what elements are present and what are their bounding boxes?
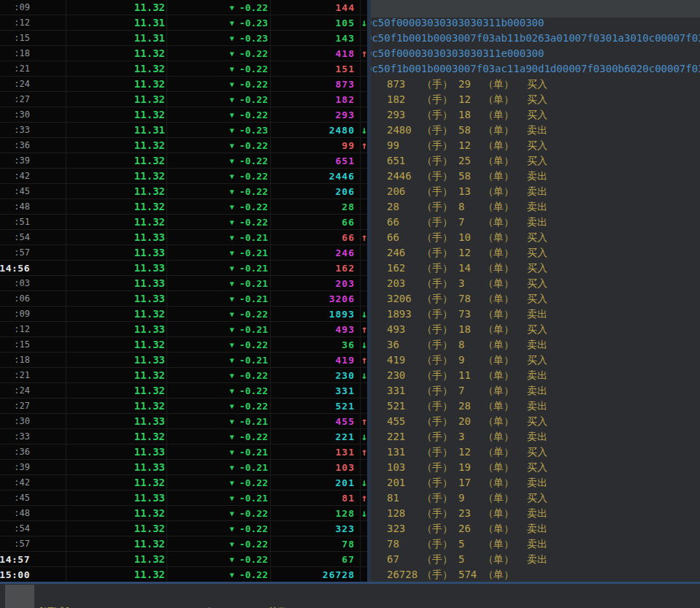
time-cell: :30 bbox=[0, 414, 66, 428]
tick-row[interactable]: :3311.32▼-0.22221↓ bbox=[0, 429, 368, 445]
orders-label: （单） bbox=[483, 399, 514, 414]
tick-row[interactable]: :3911.32▼-0.22651 bbox=[0, 153, 368, 169]
orders-label: （单） bbox=[483, 353, 514, 368]
trade-volume: 521 bbox=[387, 399, 405, 414]
tick-row[interactable]: :2111.32▼-0.22151 bbox=[0, 61, 368, 77]
tick-row[interactable]: :1511.32▼-0.2236↓ bbox=[0, 337, 368, 353]
volume-cell: 455 bbox=[271, 414, 361, 428]
trade-summary-row: 26728（手）574（单） bbox=[370, 567, 700, 582]
time-cell: :57 bbox=[0, 536, 66, 551]
orders-label: （单） bbox=[483, 77, 514, 92]
tick-row[interactable]: :0911.32▼-0.22144 bbox=[0, 0, 368, 15]
change-value: -0.22 bbox=[239, 201, 268, 212]
tick-row[interactable]: :4211.32▼-0.222446 bbox=[0, 169, 368, 184]
trade-summary-list: 873（手）29（单）买入182（手）12（单）买入293（手）18（单）买入2… bbox=[370, 77, 700, 582]
trade-order-count: 12 bbox=[458, 245, 471, 261]
change-cell: ▼-0.22 bbox=[167, 475, 271, 490]
lots-label: （手） bbox=[422, 567, 453, 582]
trade-volume: 182 bbox=[387, 92, 405, 107]
volume-cell: 323 bbox=[271, 521, 361, 536]
trade-summary-row: 201（手）17（单）卖出 bbox=[370, 475, 700, 490]
tick-row[interactable]: :0311.33▼-0.21203 bbox=[0, 276, 368, 291]
time-cell: :15 bbox=[0, 31, 66, 45]
change-cell: ▼-0.22 bbox=[167, 429, 271, 444]
tick-row[interactable]: :4811.32▼-0.2228 bbox=[0, 199, 368, 215]
price-cell: 11.32 bbox=[66, 153, 167, 168]
trade-volume: 206 bbox=[387, 184, 405, 199]
trade-volume: 419 bbox=[387, 353, 405, 368]
tick-row[interactable]: :5711.32▼-0.2278 bbox=[0, 536, 368, 552]
tick-row[interactable]: :5111.32▼-0.2266 bbox=[0, 215, 368, 230]
tick-row[interactable]: :3911.33▼-0.21103 bbox=[0, 460, 368, 475]
tick-row[interactable]: :2711.32▼-0.22521 bbox=[0, 399, 368, 414]
tick-row[interactable]: :1811.32▼-0.22418↑ bbox=[0, 46, 368, 61]
down-triangle-icon: ▼ bbox=[230, 571, 234, 579]
price-cell: 11.32 bbox=[66, 138, 167, 153]
change-cell: ▼-0.21 bbox=[167, 460, 271, 474]
lots-label: （手） bbox=[422, 230, 453, 245]
time-cell: :27 bbox=[0, 92, 66, 107]
price-cell: 11.32 bbox=[66, 567, 167, 582]
tick-row[interactable]: :5711.33▼-0.21246 bbox=[0, 245, 368, 261]
tick-row[interactable]: 14:5711.32▼-0.2267 bbox=[0, 552, 368, 567]
volume-cell: 221 bbox=[271, 429, 361, 444]
tick-row[interactable]: :2711.32▼-0.22182 bbox=[0, 92, 368, 107]
tick-row[interactable]: :1511.31▼-0.23143 bbox=[0, 31, 368, 46]
price-cell: 11.33 bbox=[66, 230, 167, 245]
tick-row[interactable]: :4511.32▼-0.22206 bbox=[0, 184, 368, 199]
tick-row[interactable]: :1211.31▼-0.23105↓ bbox=[0, 15, 368, 31]
down-triangle-icon: ▼ bbox=[230, 402, 234, 410]
price-cell: 11.32 bbox=[66, 552, 167, 566]
tick-row[interactable]: :4511.33▼-0.2181↑ bbox=[0, 490, 368, 506]
tick-row[interactable]: :3011.32▼-0.22293 bbox=[0, 107, 368, 123]
tick-row[interactable]: :1211.33▼-0.21493↑ bbox=[0, 322, 368, 337]
time-cell: :45 bbox=[0, 490, 66, 505]
change-cell: ▼-0.22 bbox=[167, 506, 271, 520]
tick-row[interactable]: :4211.32▼-0.22201↓ bbox=[0, 475, 368, 490]
time-cell: :27 bbox=[0, 399, 66, 413]
trade-order-count: 10 bbox=[458, 230, 471, 245]
tick-row[interactable]: :3611.32▼-0.2299↑ bbox=[0, 138, 368, 153]
change-value: -0.22 bbox=[239, 339, 268, 350]
time-cell: :36 bbox=[0, 445, 66, 459]
tick-row[interactable]: :5411.32▼-0.22323 bbox=[0, 521, 368, 536]
trade-summary-row: 67（手）5（单）卖出 bbox=[370, 552, 700, 567]
trade-volume: 36 bbox=[387, 337, 399, 353]
tick-row[interactable]: :5411.33▼-0.2166↑ bbox=[0, 230, 368, 245]
tick-row[interactable]: :2411.32▼-0.22873 bbox=[0, 77, 368, 92]
time-cell: 14:57 bbox=[0, 552, 66, 566]
trade-direction: 买入 bbox=[527, 353, 547, 368]
time-cell: :42 bbox=[0, 169, 66, 183]
down-triangle-icon: ▼ bbox=[230, 280, 234, 288]
tick-row[interactable]: 15:0011.32▼-0.2226728 bbox=[0, 567, 368, 582]
orders-label: （单） bbox=[483, 123, 514, 138]
lots-label: （手） bbox=[422, 399, 453, 414]
tick-row[interactable]: 14:5611.33▼-0.21162 bbox=[0, 261, 368, 276]
change-cell: ▼-0.21 bbox=[167, 353, 271, 367]
trade-direction: 买入 bbox=[527, 138, 547, 153]
tick-row[interactable]: :1811.33▼-0.21419↑ bbox=[0, 353, 368, 368]
change-value: -0.22 bbox=[239, 186, 268, 197]
change-cell: ▼-0.21 bbox=[167, 445, 271, 459]
trade-direction: 卖出 bbox=[527, 337, 547, 353]
orders-label: （单） bbox=[483, 169, 514, 184]
tick-row[interactable]: :4811.32▼-0.22128↓ bbox=[0, 506, 368, 521]
trade-direction: 买入 bbox=[527, 291, 547, 307]
volume-cell: 873 bbox=[271, 77, 361, 91]
change-cell: ▼-0.22 bbox=[167, 153, 271, 168]
tick-row[interactable]: :0911.32▼-0.221893↓ bbox=[0, 307, 368, 322]
tick-row[interactable]: :2111.32▼-0.22230↓ bbox=[0, 368, 368, 383]
tick-row[interactable]: :3011.33▼-0.21455↑ bbox=[0, 414, 368, 429]
window-scrollbar-strip[interactable] bbox=[367, 0, 371, 582]
lots-label: （手） bbox=[422, 307, 453, 322]
trade-direction: 卖出 bbox=[527, 184, 547, 199]
tick-row[interactable]: :3311.31▼-0.232480↓ bbox=[0, 123, 368, 138]
tick-row[interactable]: :3611.33▼-0.21131↑ bbox=[0, 445, 368, 460]
trade-order-count: 14 bbox=[458, 261, 471, 276]
change-cell: ▼-0.22 bbox=[167, 0, 271, 15]
tick-row[interactable]: :0611.33▼-0.213206 bbox=[0, 291, 368, 307]
trade-order-count: 26 bbox=[458, 521, 471, 536]
price-cell: 11.32 bbox=[66, 215, 167, 229]
tick-row[interactable]: :2411.32▼-0.22331 bbox=[0, 383, 368, 399]
trade-summary-row: 221（手）3（单）卖出 bbox=[370, 429, 700, 445]
